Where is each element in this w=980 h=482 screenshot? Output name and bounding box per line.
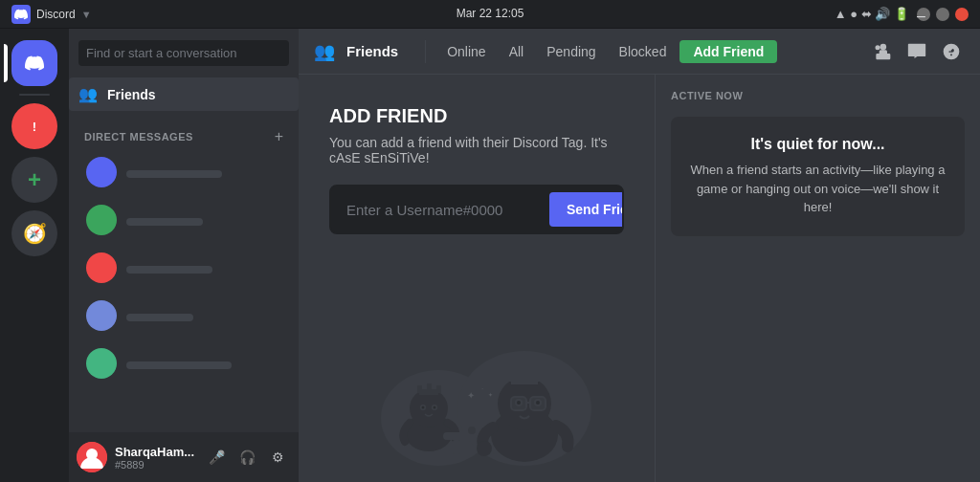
svg-point-12	[422, 406, 425, 409]
wumpus-illustration: ✦ · ✦	[323, 284, 630, 475]
tab-online[interactable]: Online	[437, 40, 495, 63]
settings-button[interactable]: ⚙	[264, 444, 291, 471]
explore-label: 🧭	[23, 222, 47, 245]
dm-name-placeholder	[126, 314, 193, 321]
search-input[interactable]	[78, 40, 289, 66]
avatar	[86, 300, 117, 331]
active-now-title: ACTIVE NOW	[671, 90, 965, 101]
dropdown-arrow: ▼	[81, 9, 92, 20]
svg-rect-23	[521, 368, 527, 382]
avatar	[86, 348, 117, 379]
home-server-icon[interactable]	[11, 40, 57, 86]
friends-nav-item[interactable]: 👥 Friends	[69, 77, 299, 111]
user-tag: #5889	[115, 459, 195, 471]
nav-actions	[869, 38, 965, 65]
add-server-icon[interactable]: +	[11, 157, 57, 203]
add-friend-title: ADD FRIEND	[329, 105, 624, 127]
server-icon-label: !	[33, 120, 36, 134]
dm-item-info	[126, 310, 281, 321]
user-info: SharqaHam... #5889	[115, 445, 195, 471]
send-friend-request-button[interactable]: Send Friend Request	[549, 192, 624, 227]
minimize-button[interactable]: –	[917, 8, 930, 21]
help-button[interactable]	[938, 38, 965, 65]
avatar	[86, 252, 117, 283]
content-area: 👥 Friends Online All Pending Blocked Add…	[299, 29, 980, 482]
friends-item-label: Friends	[107, 87, 289, 102]
dm-item-info	[126, 262, 281, 274]
dm-item-info	[126, 214, 281, 226]
server-sidebar: ! + 🧭	[0, 29, 69, 482]
window-controls[interactable]: –	[917, 8, 969, 21]
friends-nav-title: Friends	[346, 43, 398, 59]
tab-all[interactable]: All	[500, 40, 534, 63]
dm-search-bar	[69, 29, 299, 77]
dm-name-placeholder	[126, 362, 232, 369]
friends-nav: 👥 Friends Online All Pending Blocked Add…	[299, 29, 980, 75]
dm-name-placeholder	[126, 170, 222, 178]
active-now-card-description: When a friend starts an activity—like pl…	[686, 161, 949, 217]
active-now-card-title: It's quiet for now...	[686, 136, 949, 153]
app-name: Discord	[36, 8, 76, 21]
list-item[interactable]	[77, 197, 291, 243]
svg-rect-8	[427, 383, 432, 393]
svg-point-31	[536, 401, 540, 405]
add-friend-form: Send Friend Request	[329, 185, 624, 234]
title-bar-left: Discord ▼	[11, 5, 92, 24]
friends-content: ADD FRIEND You can add a friend with the…	[299, 75, 980, 482]
tab-blocked[interactable]: Blocked	[610, 40, 677, 63]
server-divider	[19, 94, 50, 96]
avatar	[86, 157, 117, 187]
tab-pending[interactable]: Pending	[537, 40, 605, 63]
dm-section-header: DIRECT MESSAGES +	[69, 113, 299, 149]
avatar	[86, 205, 117, 235]
user-avatar	[77, 442, 107, 472]
mute-button[interactable]: 🎤	[203, 444, 230, 471]
list-item[interactable]	[77, 245, 291, 291]
add-dm-button[interactable]: +	[275, 128, 283, 145]
dm-sidebar: 👥 Friends DIRECT MESSAGES +	[69, 29, 299, 482]
username: SharqaHam...	[115, 445, 195, 459]
list-item[interactable]	[77, 340, 291, 386]
friends-item-info: Friends	[107, 87, 289, 102]
list-item[interactable]	[77, 293, 291, 339]
inbox-button[interactable]	[903, 38, 930, 65]
active-now-card: It's quiet for now... When a friend star…	[671, 117, 965, 236]
dm-list	[69, 149, 299, 432]
dm-name-placeholder	[126, 218, 203, 226]
friends-icon: 👥	[78, 85, 98, 103]
svg-point-30	[517, 401, 521, 405]
list-item[interactable]	[77, 149, 291, 195]
friends-nav-icon: 👥	[314, 41, 335, 62]
explore-icon[interactable]: 🧭	[11, 210, 57, 256]
datetime: Mar 22 12:05	[457, 7, 524, 20]
system-tray: ▲ ● ⬌ 🔊 🔋	[835, 7, 909, 21]
svg-point-13	[434, 406, 436, 409]
tab-add-friend[interactable]: Add Friend	[679, 40, 777, 63]
dm-item-info	[126, 358, 281, 369]
add-friend-description: You can add a friend with their Discord …	[329, 135, 624, 165]
svg-rect-22	[508, 370, 515, 382]
server-icon-1[interactable]: !	[11, 103, 57, 149]
dm-item-info	[126, 166, 281, 178]
app-icon	[11, 5, 31, 24]
add-friend-panel: ADD FRIEND You can add a friend with the…	[299, 75, 655, 482]
maximize-button[interactable]	[936, 8, 949, 21]
svg-text:✦: ✦	[467, 390, 475, 401]
active-now-panel: ACTIVE NOW It's quiet for now... When a …	[655, 75, 980, 482]
svg-rect-24	[534, 370, 541, 382]
username-input[interactable]	[331, 186, 544, 232]
close-button[interactable]	[955, 8, 969, 21]
svg-point-32	[477, 441, 492, 456]
main-layout: ! + 🧭 👥 Friends DIRECT MESSAGES +	[0, 29, 980, 482]
svg-rect-9	[436, 385, 441, 393]
wumpus-area: ✦ · ✦ Wumpus is waiting on friends. You …	[329, 265, 624, 482]
title-bar: Discord ▼ Mar 22 12:05 ▲ ● ⬌ 🔊 🔋 –	[0, 0, 980, 29]
user-avatar-wrap	[77, 442, 107, 472]
new-group-button[interactable]	[869, 38, 896, 65]
nav-divider	[425, 40, 426, 63]
dm-name-placeholder	[126, 266, 212, 274]
deafen-button[interactable]: 🎧	[234, 444, 260, 471]
svg-text:✦: ✦	[488, 392, 493, 398]
user-controls: 🎤 🎧 ⚙	[203, 444, 291, 471]
user-bar: SharqaHam... #5889 🎤 🎧 ⚙	[69, 432, 299, 482]
